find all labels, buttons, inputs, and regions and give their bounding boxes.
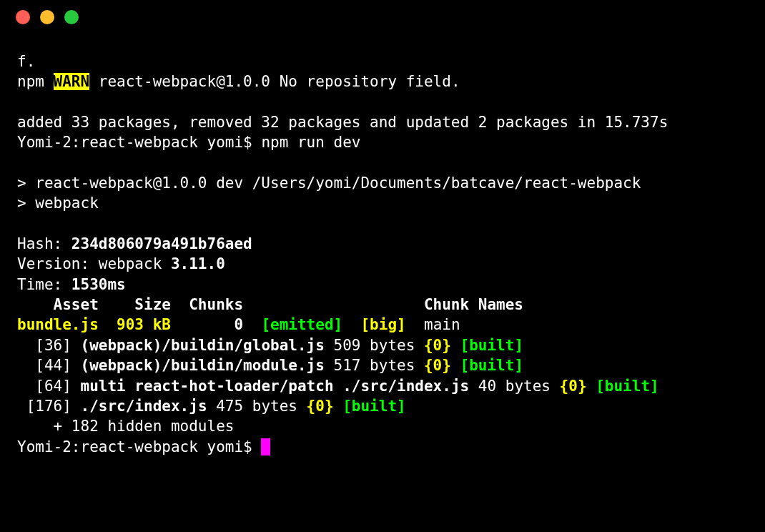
hidden-modules-line: + 182 hidden modules	[17, 418, 234, 435]
output-line: > webpack	[17, 194, 99, 212]
maximize-icon[interactable]	[64, 10, 79, 24]
npm-prefix: npm	[17, 73, 54, 90]
hash-line: Hash: 234d806079a491b76aed	[17, 235, 252, 252]
cursor-icon	[261, 438, 270, 455]
version-value: 3.11.0	[171, 255, 225, 272]
bundle-size: 903 kB	[99, 316, 171, 333]
prompt-user: yomi$	[198, 134, 262, 151]
window-titlebar	[0, 0, 765, 30]
module-path: multi react-hot-loader/patch ./src/index…	[81, 378, 470, 395]
time-label: Time:	[17, 276, 71, 293]
terminal-output[interactable]: f. npm WARN react-webpack@1.0.0 No repos…	[0, 30, 765, 457]
version-label: Version: webpack	[17, 255, 171, 272]
prompt-path: react-webpack	[81, 438, 198, 455]
module-size: 475 bytes	[207, 398, 307, 415]
prompt-line: Yomi-2:react-webpack yomi$	[17, 438, 270, 455]
emitted-tag: [emitted]	[261, 316, 342, 333]
command-text: npm run dev	[261, 134, 360, 151]
output-line: npm WARN react-webpack@1.0.0 No reposito…	[17, 73, 460, 90]
built-tag: [built]	[587, 378, 659, 395]
module-path: (webpack)/buildin/global.js	[81, 337, 325, 354]
module-row: [64] multi react-hot-loader/patch ./src/…	[17, 378, 659, 395]
bundle-asset-name: bundle.js	[17, 316, 99, 333]
module-chunk: {0}	[424, 357, 451, 374]
module-chunk: {0}	[424, 337, 451, 354]
time-value: 1530ms	[71, 276, 126, 293]
module-chunk: {0}	[307, 398, 334, 415]
module-size: 40 bytes	[469, 378, 559, 395]
output-line: > react-webpack@1.0.0 dev /Users/yomi/Do…	[17, 174, 641, 192]
built-tag: [built]	[334, 398, 406, 415]
asset-table-header: Asset Size Chunks Chunk Names	[17, 296, 523, 313]
asset-row: bundle.js 903 kB 0 [emitted] [big] main	[17, 316, 460, 333]
module-id: [176]	[17, 398, 81, 415]
close-icon[interactable]	[16, 10, 30, 24]
module-row: [36] (webpack)/buildin/global.js 509 byt…	[17, 337, 523, 354]
prompt-line: Yomi-2:react-webpack yomi$ npm run dev	[17, 134, 360, 151]
bundle-chunk-id: 0	[171, 316, 261, 333]
hash-label: Hash:	[17, 235, 71, 252]
chunk-names: main	[406, 316, 460, 333]
big-tag: [big]	[342, 316, 406, 333]
module-row: [44] (webpack)/buildin/module.js 517 byt…	[17, 357, 523, 374]
prompt-host: Yomi-2:	[17, 438, 81, 455]
warn-badge: WARN	[54, 73, 90, 90]
prompt-user: yomi$	[198, 438, 262, 455]
prompt-host: Yomi-2:	[17, 134, 81, 151]
hash-value: 234d806079a491b76aed	[71, 235, 252, 252]
output-line: f.	[17, 53, 35, 70]
module-id: [36]	[17, 337, 81, 354]
built-tag: [built]	[451, 337, 523, 354]
module-path: ./src/index.js	[81, 398, 207, 415]
built-tag: [built]	[451, 357, 523, 374]
module-id: [64]	[17, 378, 81, 395]
version-line: Version: webpack 3.11.0	[17, 255, 225, 272]
time-line: Time: 1530ms	[17, 276, 126, 293]
module-size: 509 bytes	[325, 337, 424, 354]
module-path: (webpack)/buildin/module.js	[81, 357, 325, 374]
warn-message: react-webpack@1.0.0 No repository field.	[89, 73, 460, 90]
module-row: [176] ./src/index.js 475 bytes {0} [buil…	[17, 398, 406, 415]
module-size: 517 bytes	[325, 357, 424, 374]
module-id: [44]	[17, 357, 81, 374]
minimize-icon[interactable]	[40, 10, 54, 24]
output-line: added 33 packages, removed 32 packages a…	[17, 114, 668, 131]
module-chunk: {0}	[560, 378, 587, 395]
prompt-path: react-webpack	[81, 134, 198, 151]
